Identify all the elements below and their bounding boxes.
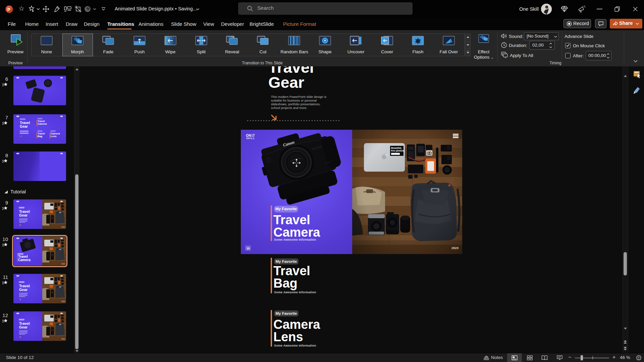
- svg-text:Camera: Camera: [18, 258, 31, 262]
- svg-text:P: P: [7, 7, 10, 12]
- svg-text:2023: 2023: [451, 246, 459, 250]
